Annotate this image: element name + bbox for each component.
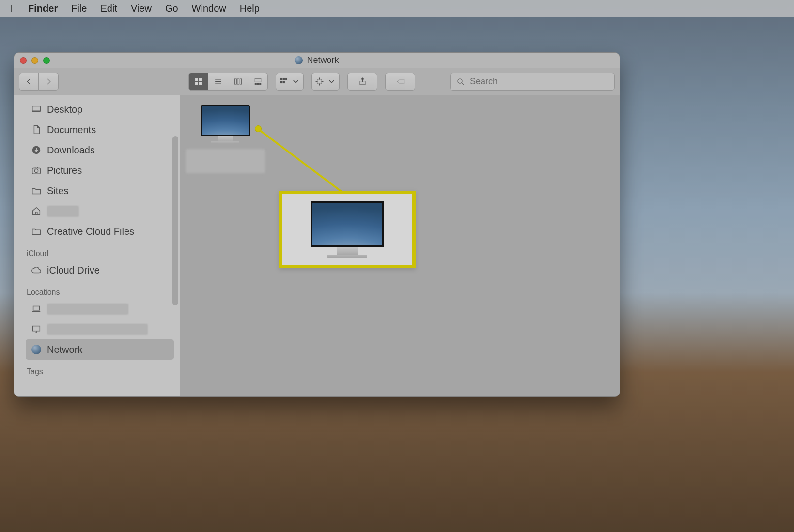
action-menu-button[interactable] [311, 73, 340, 91]
chevron-down-icon [327, 77, 336, 86]
desktop-icon [31, 104, 42, 115]
sidebar-section-tags: Tags [27, 367, 174, 376]
chevron-down-icon [291, 77, 300, 86]
group-by-button[interactable] [276, 73, 304, 91]
sidebar-section-icloud: iCloud [27, 249, 174, 258]
sidebar-item-pictures[interactable]: Pictures [26, 160, 174, 181]
content-pane[interactable] [180, 95, 620, 396]
redacted-label [47, 206, 79, 217]
menu-file[interactable]: File [71, 3, 87, 14]
laptop-icon [31, 303, 42, 315]
menu-app-name[interactable]: Finder [28, 3, 58, 14]
callout-magnified-icon [279, 191, 416, 268]
view-list-button[interactable] [208, 73, 228, 91]
sidebar-item-label: iCloud Drive [47, 265, 100, 276]
menu-window[interactable]: Window [192, 3, 226, 14]
menubar:  Finder File Edit View Go Window Help [0, 0, 794, 17]
sidebar-item-label: Network [47, 344, 82, 355]
sidebar-item-downloads[interactable]: Downloads [26, 140, 174, 160]
svg-rect-9 [257, 83, 258, 85]
toolbar [14, 68, 620, 95]
computer-icon [311, 201, 384, 258]
svg-rect-11 [280, 78, 282, 80]
svg-rect-12 [283, 78, 285, 80]
svg-rect-5 [237, 79, 239, 84]
edit-tags-button[interactable] [385, 73, 415, 91]
view-icons-button[interactable] [188, 73, 208, 91]
menu-edit[interactable]: Edit [100, 3, 117, 14]
traffic-lights [20, 57, 50, 64]
camera-icon [31, 165, 42, 176]
window-close-button[interactable] [20, 57, 27, 64]
window-title-text: Network [307, 55, 339, 65]
sidebar-item-location-2[interactable] [26, 319, 174, 339]
svg-line-25 [258, 129, 343, 193]
svg-rect-19 [32, 106, 41, 112]
search-input[interactable] [470, 76, 608, 87]
menu-help[interactable]: Help [240, 3, 260, 14]
sidebar-item-icloud-drive[interactable]: iCloud Drive [26, 260, 174, 280]
nav-buttons [19, 73, 59, 91]
svg-rect-15 [283, 81, 285, 83]
finder-window: Network [14, 52, 620, 397]
redacted-label [47, 304, 128, 315]
callout-dot [255, 125, 262, 132]
finder-body: Desktop Documents Downloads Pictures Sit… [14, 95, 620, 396]
sidebar-item-home[interactable] [26, 201, 174, 221]
sidebar-item-sites[interactable]: Sites [26, 181, 174, 201]
svg-rect-14 [280, 81, 282, 83]
redacted-label [47, 324, 148, 335]
svg-rect-4 [234, 79, 236, 84]
cloud-icon [31, 264, 42, 276]
computer-icon [185, 105, 265, 144]
svg-rect-7 [255, 78, 261, 82]
sidebar-item-desktop[interactable]: Desktop [26, 99, 174, 120]
window-title: Network [295, 55, 339, 65]
svg-rect-8 [255, 83, 256, 85]
network-computer-item[interactable] [185, 105, 265, 173]
svg-rect-24 [33, 326, 40, 331]
menu-view[interactable]: View [131, 3, 152, 14]
svg-rect-3 [199, 82, 202, 85]
sidebar-item-label: Desktop [47, 104, 82, 115]
apple-menu-icon[interactable]:  [11, 0, 15, 17]
view-columns-button[interactable] [228, 73, 248, 91]
search-field[interactable] [450, 73, 615, 91]
svg-rect-10 [259, 83, 261, 85]
share-button[interactable] [347, 73, 377, 91]
svg-point-22 [34, 169, 38, 172]
window-minimize-button[interactable] [31, 57, 38, 64]
svg-rect-23 [33, 306, 40, 310]
sidebar-item-documents[interactable]: Documents [26, 120, 174, 140]
view-switcher [188, 73, 268, 91]
sidebar: Desktop Documents Downloads Pictures Sit… [14, 95, 180, 396]
folder-icon [31, 226, 42, 237]
sidebar-item-label: Documents [47, 124, 96, 136]
svg-rect-13 [285, 78, 287, 80]
sidebar-item-location-1[interactable] [26, 299, 174, 319]
svg-point-18 [458, 79, 462, 83]
window-zoom-button[interactable] [43, 57, 50, 64]
forward-button[interactable] [39, 73, 59, 91]
svg-point-16 [318, 80, 322, 84]
titlebar[interactable]: Network [14, 53, 620, 68]
svg-rect-2 [195, 82, 198, 85]
back-button[interactable] [19, 73, 39, 91]
sidebar-item-label: Creative Cloud Files [47, 226, 134, 237]
sidebar-item-label: Sites [47, 185, 68, 197]
svg-rect-6 [240, 79, 241, 84]
search-icon [456, 77, 465, 86]
network-globe-icon [295, 56, 303, 64]
view-gallery-button[interactable] [248, 73, 268, 91]
sidebar-scrollbar[interactable] [172, 136, 178, 305]
sidebar-item-creative-cloud[interactable]: Creative Cloud Files [26, 221, 174, 242]
sidebar-section-locations: Locations [27, 288, 174, 297]
network-globe-icon [31, 344, 42, 355]
display-icon [31, 323, 42, 335]
folder-icon [31, 185, 42, 197]
download-icon [31, 144, 42, 156]
sidebar-item-network[interactable]: Network [26, 339, 174, 360]
menu-go[interactable]: Go [165, 3, 178, 14]
home-icon [31, 205, 42, 217]
sidebar-item-label: Pictures [47, 165, 82, 176]
